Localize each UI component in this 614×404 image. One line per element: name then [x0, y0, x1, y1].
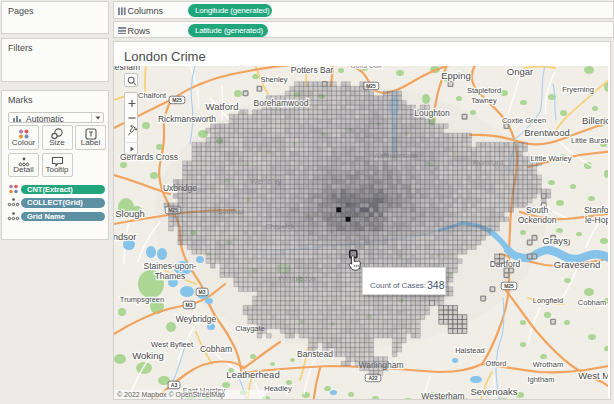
svg-text:West Byfleet: West Byfleet — [151, 340, 194, 349]
svg-text:Weybridge: Weybridge — [176, 314, 217, 324]
svg-text:Cobham: Cobham — [578, 298, 606, 307]
svg-text:Otford: Otford — [486, 359, 507, 368]
svg-text:Sevenoaks: Sevenoaks — [470, 386, 517, 397]
svg-text:Brentwood: Brentwood — [524, 127, 569, 138]
svg-text:Slough: Slough — [115, 208, 145, 219]
svg-text:Borehamwood: Borehamwood — [254, 98, 309, 108]
svg-text:Trumpsgreen: Trumpsgreen — [120, 295, 164, 304]
svg-text:Gravesend: Gravesend — [554, 259, 600, 270]
svg-text:Ongar: Ongar — [507, 66, 533, 77]
svg-text:A3: A3 — [171, 381, 178, 387]
svg-text:Longfield: Longfield — [533, 296, 563, 305]
svg-text:Little Warley: Little Warley — [531, 154, 572, 163]
svg-text:Leatherhead: Leatherhead — [226, 369, 279, 380]
svg-text:Shenley: Shenley — [260, 75, 287, 84]
svg-text:Stapleford: Stapleford — [467, 86, 501, 95]
svg-text:Loughton: Loughton — [414, 108, 450, 118]
svg-text:Chalfont: Chalfont — [138, 91, 167, 100]
svg-text:Watford: Watford — [206, 101, 239, 112]
svg-text:Halstead: Halstead — [455, 346, 485, 355]
svg-text:A22: A22 — [368, 374, 377, 380]
svg-text:Potters Bar: Potters Bar — [291, 66, 334, 75]
svg-text:Headley: Headley — [264, 384, 292, 393]
svg-text:Coxtie Green: Coxtie Green — [502, 116, 546, 125]
svg-text:M25: M25 — [172, 96, 182, 102]
svg-text:Woking: Woking — [132, 350, 164, 361]
svg-text:Cobham: Cobham — [200, 344, 232, 354]
svg-text:le-Hope: le-Hope — [585, 215, 608, 225]
svg-text:M25: M25 — [504, 282, 514, 288]
svg-text:Epping: Epping — [441, 70, 471, 81]
svg-text:Westerham: Westerham — [421, 391, 464, 399]
svg-text:West Mall: West Mall — [578, 370, 608, 381]
svg-text:Fryerning: Fryerning — [562, 85, 594, 94]
svg-text:M3: M3 — [199, 288, 206, 294]
svg-text:Little Burstead: Little Burstead — [571, 136, 608, 145]
svg-text:Rickmansworth: Rickmansworth — [158, 114, 216, 124]
svg-text:Chesham: Chesham — [114, 66, 140, 72]
svg-text:Billericay: Billericay — [582, 115, 608, 126]
svg-text:Staines-upon-: Staines-upon- — [144, 261, 197, 271]
svg-text:Tawney: Tawney — [471, 96, 497, 105]
svg-text:Windsor: Windsor — [114, 231, 136, 242]
svg-text:Grays: Grays — [542, 235, 568, 246]
svg-text:Banstead: Banstead — [297, 349, 333, 359]
svg-text:Wrotham: Wrotham — [533, 360, 563, 369]
svg-text:Goffs Oak: Goffs Oak — [350, 66, 382, 69]
svg-text:Ightham: Ightham — [527, 375, 554, 384]
svg-text:South: South — [526, 205, 548, 215]
svg-text:M3: M3 — [186, 301, 193, 307]
svg-text:Stanford: Stanford — [584, 205, 608, 215]
svg-text:Ockendon: Ockendon — [518, 215, 557, 225]
svg-text:Thames: Thames — [155, 271, 186, 281]
